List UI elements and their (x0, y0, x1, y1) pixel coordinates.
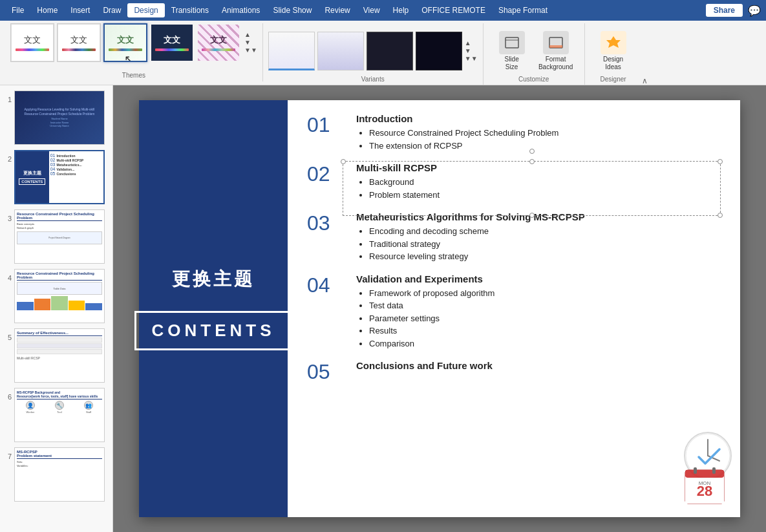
bullet-item: Results (369, 325, 721, 337)
variant-3[interactable] (367, 32, 413, 70)
slide-1-thumb[interactable]: Applying Resource Leveling for Solving M… (14, 90, 105, 145)
share-button[interactable]: Share (706, 4, 743, 17)
svg-rect-11 (685, 470, 724, 478)
content-item-03: 03 Metaheuristics Algorithms for Solving… (307, 211, 721, 263)
menu-officeremote[interactable]: OFFICE REMOTE (415, 3, 492, 17)
slide-1-wrapper: 1 Applying Resource Leveling for Solving… (3, 90, 110, 145)
theme-1[interactable]: 文文 (10, 23, 54, 62)
designer-section: DesignIdeas Designer (585, 23, 642, 85)
ribbon: 文文 文文 文文 ↖ 文文 (0, 21, 766, 85)
slide-6-thumb[interactable]: MS-RCPSP Background andResource[work for… (14, 388, 105, 442)
slide-6-num: 6 (3, 388, 12, 401)
theme-3[interactable]: 文文 ↖ (103, 23, 147, 62)
bullet-item: Resource Constrained Project Scheduling … (369, 127, 721, 140)
slide-panel: 1 Applying Resource Leveling for Solving… (0, 85, 113, 532)
variant-4[interactable] (416, 32, 462, 70)
design-ideas-label: DesignIdeas (603, 56, 623, 71)
svg-marker-4 (606, 36, 621, 48)
slide-1-num: 1 (3, 90, 12, 103)
slide-size-button[interactable]: SlideSize (494, 31, 530, 71)
slide-4-thumb[interactable]: Resource Constrained Project Scheduling … (14, 269, 105, 323)
slide-right-panel: 01 Introduction Resource Constrained Pro… (288, 100, 740, 517)
content-heading-03: Metaheuristics Algorithms for Solving MS… (356, 211, 721, 222)
menu-design[interactable]: Design (127, 3, 164, 17)
content-text-03: Metaheuristics Algorithms for Solving MS… (356, 211, 721, 263)
content-heading-04: Validation and Experiments (356, 273, 721, 284)
themes-list: 文文 文文 文文 ↖ 文文 (10, 23, 257, 62)
content-bullets-04: Framework of proposed algorithm Test dat… (356, 287, 721, 350)
menu-home[interactable]: Home (30, 3, 64, 17)
variant-2[interactable] (317, 32, 364, 70)
theme-4[interactable]: 文文 (150, 23, 194, 62)
menu-file[interactable]: File (5, 3, 30, 17)
calendar-decoration: 28 MON (682, 462, 727, 507)
slide-2-thumb[interactable]: 更换主题 CONTENTS 01 Introduction 02 Multi-s… (14, 150, 105, 204)
variant-1[interactable] (268, 32, 315, 70)
comment-icon[interactable]: 💬 (748, 5, 761, 17)
format-background-button[interactable]: FormatBackground (538, 31, 574, 71)
menu-draw[interactable]: Draw (96, 3, 127, 17)
menu-review[interactable]: Review (318, 3, 356, 17)
themes-scroll-up[interactable]: ▲ (244, 31, 257, 39)
menu-shapeformat[interactable]: Shape Format (492, 3, 554, 17)
menu-animations[interactable]: Animations (215, 3, 266, 17)
slide-7-num: 7 (3, 447, 12, 460)
content-heading-01: Introduction (356, 113, 721, 124)
bullet-item: Encoding and decoding scheme (369, 225, 721, 238)
variants-list: ▲ ▼ ▼▼ (268, 26, 478, 76)
ribbon-collapse-button[interactable]: ∧ (642, 23, 652, 88)
variants-scroll-down[interactable]: ▼ (465, 47, 478, 55)
slide-7-thumb[interactable]: MS-RCPSPProblem statement Sets: Variable… (14, 447, 105, 502)
menu-insert[interactable]: Insert (64, 3, 96, 17)
menu-help[interactable]: Help (387, 3, 416, 17)
variants-section: ▲ ▼ ▼▼ Variants (263, 23, 484, 85)
content-item-04: 04 Validation and Experiments Framework … (307, 273, 721, 350)
variants-scroll-up[interactable]: ▲ (465, 39, 478, 47)
designer-btn[interactable]: DesignIdeas (595, 26, 632, 76)
content-heading-05: Conclusions and Future work (356, 360, 721, 371)
themes-scroll-down[interactable]: ▼ (244, 39, 257, 47)
themes-section: 文文 文文 文文 ↖ 文文 (5, 23, 263, 81)
themes-scroll: ▲ ▼ ▼▼ (244, 31, 257, 54)
themes-scroll-more[interactable]: ▼▼ (244, 47, 257, 54)
content-text-04: Validation and Experiments Framework of … (356, 273, 721, 350)
slide-3-thumb[interactable]: Resource Constrained Project Scheduling … (14, 209, 105, 264)
content-bullets-03: Encoding and decoding scheme Traditional… (356, 225, 721, 263)
slide-left-panel: 更换主题 CONTENTS (139, 100, 288, 517)
slide-5-thumb[interactable]: Summary of Effectiveness... Multi-skill … (14, 328, 105, 383)
customize-section: SlideSize FormatBackground Customize (484, 23, 585, 85)
menu-transitions[interactable]: Transitions (165, 3, 215, 17)
bullet-item: Test data (369, 299, 721, 312)
content-item-02: 02 Multi-skill RCPSP Background Problem … (307, 162, 721, 201)
menu-bar: File Home Insert Draw Design Transitions… (0, 0, 766, 21)
theme-5[interactable]: 文文 (197, 23, 240, 62)
svg-rect-13 (712, 467, 716, 474)
designer-label: Designer (595, 76, 632, 85)
contents-label: CONTENTS (152, 321, 275, 340)
svg-rect-12 (694, 467, 697, 474)
slide-7-wrapper: 7 MS-RCPSPProblem statement Sets: Variab… (3, 447, 110, 502)
slide-2-wrapper: 2 更换主题 CONTENTS 01 Introduction 02 Multi… (3, 150, 110, 204)
menu-right: Share 💬 (706, 4, 761, 17)
bullet-item: Resource leveling strategy (369, 250, 721, 263)
bullet-item: Parameter settings (369, 312, 721, 325)
theme-2[interactable]: 文文 (57, 23, 101, 62)
contents-box[interactable]: CONTENTS (134, 311, 293, 350)
canvas-area: 更换主题 CONTENTS 01 Introduction Resource C… (113, 85, 766, 532)
format-background-label: FormatBackground (538, 56, 573, 71)
content-item-05: 05 Conclusions and Future work (307, 360, 721, 384)
bullet-item: Traditional strategy (369, 238, 721, 251)
menu-slideshow[interactable]: Slide Show (266, 3, 318, 17)
slide-6-wrapper: 6 MS-RCPSP Background andResource[work f… (3, 388, 110, 442)
menu-view[interactable]: View (357, 3, 387, 17)
variants-scroll-more[interactable]: ▼▼ (465, 55, 478, 63)
slide-size-label: SlideSize (504, 56, 518, 71)
content-item-01: 01 Introduction Resource Constrained Pro… (307, 113, 721, 152)
content-bullets-02: Background Problem statement (356, 176, 721, 201)
slide-2-num: 2 (3, 150, 12, 163)
svg-text:MON: MON (699, 480, 711, 486)
content-num-05: 05 (307, 360, 346, 384)
content-num-04: 04 (307, 273, 346, 350)
bullet-item: Problem statement (369, 189, 721, 202)
svg-rect-3 (549, 45, 562, 48)
